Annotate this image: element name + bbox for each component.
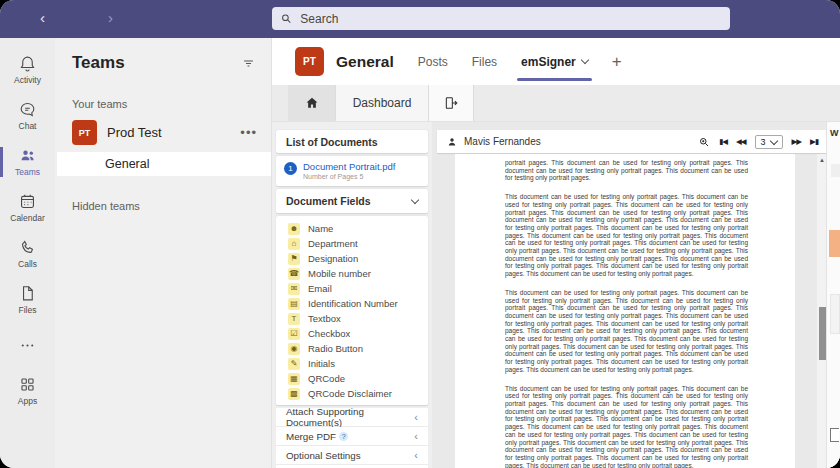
last-page-button[interactable]: ▶▮ — [810, 137, 818, 146]
rail-item-calendar[interactable]: Calendar — [0, 186, 55, 230]
page-selector[interactable]: 3 — [755, 135, 783, 149]
phone-icon: ☎ — [288, 268, 300, 280]
field-row-identification-number[interactable]: ▤ Identification Number — [276, 296, 428, 311]
field-label: Designation — [308, 253, 358, 264]
filter-icon[interactable] — [241, 56, 256, 71]
search-input[interactable] — [298, 11, 722, 27]
your-teams-label: Your teams — [55, 73, 271, 110]
search-box[interactable] — [272, 7, 730, 30]
rail-label: Apps — [18, 396, 37, 406]
rail-item-teams[interactable]: Teams — [0, 140, 55, 184]
field-label: Identification Number — [308, 298, 398, 309]
tab-files[interactable]: Files — [472, 38, 497, 85]
rail-label: Chat — [19, 121, 37, 131]
section-label: Optional Settings — [286, 450, 361, 461]
field-row-radio-button[interactable]: ◉ Radio Button — [276, 341, 428, 356]
apps-grid-icon — [18, 375, 37, 394]
teams-people-icon — [18, 146, 37, 165]
sign-out-button[interactable] — [429, 85, 474, 121]
channel-name: General — [105, 157, 149, 171]
home-tab-button[interactable] — [288, 85, 336, 121]
field-row-checkbox[interactable]: ☑ Checkbox — [276, 326, 428, 341]
file-icon — [18, 284, 37, 303]
back-button[interactable]: ‹ — [40, 8, 45, 28]
previous-page-button[interactable]: ◀◀ — [736, 137, 746, 146]
document-paragraph: This document can be used for testing on… — [505, 385, 748, 468]
field-row-textbox[interactable]: T Textbox — [276, 311, 428, 326]
chevron-left-icon: ‹ — [414, 411, 418, 423]
field-row-mobile-number[interactable]: ☎ Mobile number — [276, 266, 428, 281]
search-icon — [280, 12, 292, 25]
document-name-link[interactable]: Document Portrait.pdf — [303, 161, 395, 172]
qrcode-disclaimer-icon: ▩ — [288, 388, 300, 400]
channel-tabs: Posts Files emSigner — [418, 38, 588, 85]
document-paragraph: This document can be used for testing on… — [505, 289, 748, 374]
rail-item-files[interactable]: Files — [0, 278, 55, 322]
document-paragraph: This document can be used for testing on… — [505, 193, 748, 278]
main-content: PT General Posts Files emSigner + — [272, 38, 840, 468]
document-fields-header[interactable]: Document Fields — [276, 189, 428, 213]
forward-button[interactable]: › — [108, 8, 113, 28]
hidden-teams-label[interactable]: Hidden teams — [55, 176, 271, 212]
section-attach-supporting-documents[interactable]: Attach Supporting Document(s) ‹ — [276, 408, 428, 427]
chevron-down-icon — [769, 137, 777, 145]
rail-item-chat[interactable]: Chat — [0, 94, 55, 138]
app-header-bar: ‹ › — [0, 0, 840, 38]
document-index-badge: 1 — [284, 162, 297, 175]
home-icon — [304, 95, 320, 111]
channel-item-general[interactable]: General — [57, 152, 271, 176]
field-label: Radio Button — [308, 343, 363, 354]
zoom-icon[interactable] — [698, 136, 710, 148]
field-row-qrcode[interactable]: ▦ QRCode — [276, 371, 428, 386]
rail-item-activity[interactable]: Activity — [0, 48, 55, 92]
tab-emsigner-label: emSigner — [521, 55, 576, 69]
clipped-right-panel: W — [826, 122, 840, 468]
help-icon[interactable]: ? — [339, 432, 348, 441]
signer-name: Mavis Fernandes — [464, 136, 698, 147]
calendar-icon — [18, 192, 37, 211]
checkbox-icon: ☑ — [288, 328, 300, 340]
field-label: QRCode — [308, 373, 345, 384]
field-row-initials[interactable]: ✎ Initials — [276, 356, 428, 371]
team-more-options-icon[interactable]: ••• — [240, 125, 257, 140]
field-row-name[interactable]: ☻ Name — [276, 221, 428, 236]
document-paragraph: portrait pages. This document can be use… — [505, 159, 748, 182]
section-merge-pdf[interactable]: Merge PDF? ‹ — [276, 427, 428, 446]
rail-label: Calls — [18, 259, 37, 269]
channel-header: PT General Posts Files emSigner + — [272, 38, 840, 85]
team-row-prod-test[interactable]: PT Prod Test ••• — [55, 110, 271, 152]
section-optional-settings[interactable]: Optional Settings ‹ — [276, 446, 428, 465]
chevron-down-icon[interactable] — [581, 56, 589, 64]
tab-emsigner[interactable]: emSigner — [521, 38, 588, 85]
rail-label: Files — [19, 305, 37, 315]
rail-item-apps[interactable]: Apps — [0, 369, 55, 413]
signer-color-badge[interactable] — [829, 230, 840, 257]
field-row-email[interactable]: ✉ Email — [276, 281, 428, 296]
rail-item-more[interactable] — [0, 334, 55, 357]
radio-icon: ◉ — [288, 343, 300, 355]
rail-label: Teams — [15, 167, 40, 177]
field-row-department[interactable]: ⌂ Department — [276, 236, 428, 251]
section-label: Merge PDF? — [286, 431, 348, 442]
document-pages-label: Number of Pages 5 — [303, 173, 395, 180]
building-icon: ⌂ — [288, 238, 300, 250]
add-tab-button[interactable]: + — [612, 52, 622, 72]
first-page-button[interactable]: ▮◀ — [719, 137, 727, 146]
emsigner-tab-toolbar: Dashboard — [272, 85, 840, 122]
dashboard-tab-button[interactable]: Dashboard — [336, 85, 429, 121]
initials-icon: ✎ — [288, 358, 300, 370]
qrcode-icon: ▦ — [288, 373, 300, 385]
merge-pdf-label: Merge PDF — [286, 431, 336, 442]
viewer-toolbar: Mavis Fernandes ▮◀ ◀◀ 3 ▶▶ — [437, 130, 827, 153]
field-label: Textbox — [308, 313, 341, 324]
field-label: Department — [308, 238, 358, 249]
field-row-designation[interactable]: ⚑ Designation — [276, 251, 428, 266]
envelope-icon: ✉ — [288, 283, 300, 295]
field-row-qrcode-disclaimer[interactable]: ▩ QRCode Disclaimer — [276, 386, 428, 401]
rail-item-calls[interactable]: Calls — [0, 232, 55, 276]
scrollbar-thumb[interactable] — [819, 307, 826, 360]
tab-posts[interactable]: Posts — [418, 38, 448, 85]
document-list-item[interactable]: 1 Document Portrait.pdf Number of Pages … — [276, 156, 428, 186]
document-text: portrait pages. This document can be use… — [505, 159, 748, 468]
next-page-button[interactable]: ▶▶ — [792, 137, 802, 146]
